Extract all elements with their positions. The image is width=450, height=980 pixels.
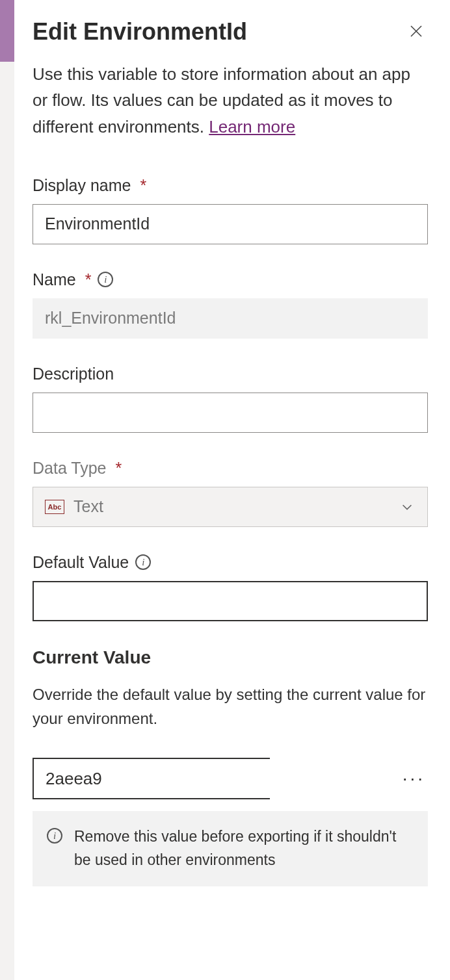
info-icon[interactable]: i [98, 272, 113, 287]
default-value-label: Default Value [33, 553, 129, 572]
panel-description: Use this variable to store information a… [33, 61, 428, 140]
display-name-label: Display name [33, 176, 131, 195]
field-description: Description [33, 365, 428, 433]
field-display-name: Display name * [33, 176, 428, 244]
panel-header: Edit EnvironmentId [33, 18, 428, 45]
current-value-input-wrap [33, 758, 387, 799]
text-type-icon: Abc [45, 500, 64, 514]
redaction-overlay [130, 759, 325, 798]
name-input [33, 298, 428, 339]
export-warning-text: Remove this value before exporting if it… [74, 825, 414, 871]
name-label: Name [33, 270, 76, 289]
current-value-heading: Current Value [33, 647, 428, 668]
required-asterisk: * [85, 270, 92, 289]
close-icon [408, 23, 424, 39]
info-icon[interactable]: i [135, 554, 151, 570]
panel-title: Edit EnvironmentId [33, 18, 247, 45]
default-value-input[interactable] [33, 581, 428, 621]
more-options-button[interactable]: ··· [400, 764, 428, 793]
field-name: Name * i [33, 270, 428, 339]
learn-more-link[interactable]: Learn more [209, 117, 295, 136]
data-type-selected: Text [73, 497, 103, 516]
edit-variable-panel: Edit EnvironmentId Use this variable to … [20, 18, 436, 912]
data-type-select[interactable]: Abc Text [33, 487, 428, 527]
data-type-label: Data Type [33, 459, 107, 478]
app-accent-strip [0, 0, 14, 62]
field-default-value: Default Value i [33, 553, 428, 621]
field-data-type: Data Type * Abc Text [33, 459, 428, 527]
more-icon: ··· [403, 768, 425, 788]
description-label: Description [33, 365, 114, 383]
info-icon: i [47, 828, 62, 844]
required-asterisk: * [140, 176, 146, 195]
export-warning-note: i Remove this value before exporting if … [33, 811, 428, 886]
app-background-strip [0, 62, 14, 980]
current-value-row: ··· [33, 758, 428, 799]
display-name-input[interactable] [33, 204, 428, 244]
required-asterisk: * [116, 459, 122, 478]
description-input[interactable] [33, 393, 428, 433]
chevron-down-icon [400, 500, 414, 514]
current-value-subtext: Override the default value by setting th… [33, 682, 428, 730]
close-button[interactable] [404, 19, 428, 45]
